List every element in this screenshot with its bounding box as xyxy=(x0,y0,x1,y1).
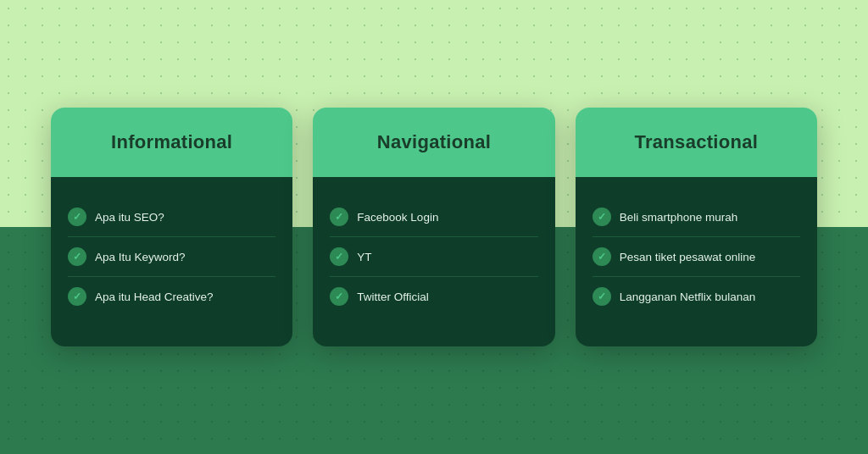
check-icon: ✓ xyxy=(330,287,348,306)
check-icon: ✓ xyxy=(593,208,611,226)
list-item: ✓YT xyxy=(330,237,537,277)
list-item: ✓Beli smartphone murah xyxy=(593,197,800,237)
check-icon: ✓ xyxy=(330,247,348,266)
card-title-navigational: Navigational xyxy=(330,131,537,153)
card-header-navigational: Navigational xyxy=(313,108,554,177)
item-text: Apa Itu Keyword? xyxy=(95,251,186,263)
list-item: ✓Apa Itu Keyword? xyxy=(68,237,275,277)
item-text: Beli smartphone murah xyxy=(620,211,738,224)
card-header-transactional: Transactional xyxy=(576,108,817,177)
card-informational: Informational✓Apa itu SEO?✓Apa Itu Keywo… xyxy=(51,108,292,346)
list-item: ✓Apa itu Head Creative? xyxy=(68,277,275,316)
list-item: ✓Facebook Login xyxy=(330,197,537,237)
item-text: Twitter Official xyxy=(357,291,429,303)
list-item: ✓Langganan Netflix bulanan xyxy=(593,277,800,316)
list-item: ✓Pesan tiket pesawat online xyxy=(593,237,800,277)
card-navigational: Navigational✓Facebook Login✓YT✓Twitter O… xyxy=(313,108,554,346)
check-icon: ✓ xyxy=(593,287,611,306)
cards-container: Informational✓Apa itu SEO?✓Apa Itu Keywo… xyxy=(0,0,868,454)
item-text: Facebook Login xyxy=(357,211,438,224)
item-text: Langganan Netflix bulanan xyxy=(620,291,756,303)
card-body-transactional: ✓Beli smartphone murah✓Pesan tiket pesaw… xyxy=(576,177,817,346)
card-title-transactional: Transactional xyxy=(593,131,800,153)
check-icon: ✓ xyxy=(68,208,86,226)
list-item: ✓Twitter Official xyxy=(330,277,537,316)
check-icon: ✓ xyxy=(68,247,86,266)
item-text: YT xyxy=(357,251,371,263)
card-body-informational: ✓Apa itu SEO?✓Apa Itu Keyword?✓Apa itu H… xyxy=(51,177,292,346)
card-body-navigational: ✓Facebook Login✓YT✓Twitter Official xyxy=(313,177,554,346)
check-icon: ✓ xyxy=(330,208,348,226)
item-text: Apa itu Head Creative? xyxy=(95,291,214,303)
card-title-informational: Informational xyxy=(68,131,275,153)
card-header-informational: Informational xyxy=(51,108,292,177)
item-text: Apa itu SEO? xyxy=(95,211,164,224)
card-transactional: Transactional✓Beli smartphone murah✓Pesa… xyxy=(576,108,817,346)
item-text: Pesan tiket pesawat online xyxy=(620,251,756,263)
check-icon: ✓ xyxy=(593,247,611,266)
check-icon: ✓ xyxy=(68,287,86,306)
list-item: ✓Apa itu SEO? xyxy=(68,197,275,237)
